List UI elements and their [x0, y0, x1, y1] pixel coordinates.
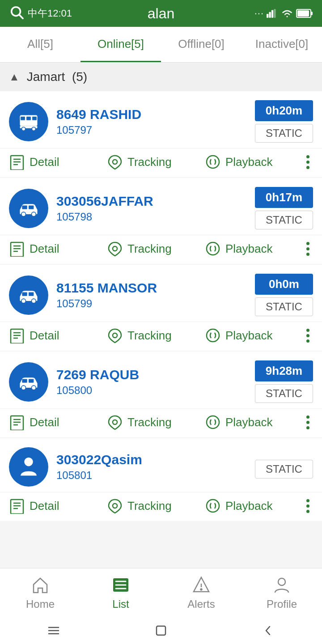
app-title: alan	[148, 5, 175, 22]
nav-alerts[interactable]: Alerts	[161, 568, 242, 617]
tab-online[interactable]: Online[5]	[80, 27, 161, 62]
chevron-up-icon: ▲	[9, 71, 20, 83]
playback-btn-2[interactable]: Playback	[205, 241, 303, 257]
svg-point-45	[32, 386, 36, 390]
tracking-btn-1[interactable]: Tracking	[107, 154, 205, 170]
svg-rect-33	[29, 292, 34, 296]
status-time: 中午12:01	[28, 7, 72, 20]
square-icon	[154, 624, 168, 637]
svg-rect-10	[21, 116, 25, 120]
nav-profile[interactable]: Profile	[242, 568, 322, 617]
tracking-btn-2[interactable]: Tracking	[107, 241, 205, 257]
svg-line-1	[19, 15, 23, 18]
vehicle-status-2: 0h17m STATIC	[255, 187, 313, 229]
svg-rect-7	[311, 12, 313, 15]
svg-point-14	[22, 127, 25, 131]
hamburger-icon	[47, 624, 60, 637]
wifi-icon	[281, 8, 293, 18]
bus-icon	[17, 110, 40, 133]
svg-point-20	[113, 160, 117, 164]
vehicle-id-4: 105800	[56, 384, 247, 397]
detail-icon-3	[9, 327, 25, 343]
svg-point-58	[207, 500, 219, 512]
vehicle-card-1: 8649 RASHID 105797 0h20m STATIC Detail	[0, 91, 322, 177]
status-bar: 中午12:01 alan ···	[0, 0, 322, 27]
time-badge-3: 0h0m	[255, 274, 313, 295]
vehicle-id-1: 105797	[56, 124, 247, 136]
group-name: Jamart (5)	[27, 70, 87, 84]
vehicle-id-5: 105801	[56, 469, 247, 482]
home-btn[interactable]	[143, 621, 179, 640]
vehicle-info-2: 303056JAFFAR 105798	[56, 194, 247, 223]
status-label-4: STATIC	[255, 384, 313, 403]
vehicle-status-4: 9h28m STATIC	[255, 360, 313, 403]
svg-rect-43	[29, 379, 34, 382]
vehicle-avatar-4	[9, 362, 48, 402]
svg-rect-42	[22, 379, 27, 382]
search-icon[interactable]	[9, 4, 24, 23]
battery-icon	[296, 8, 313, 18]
svg-point-65	[278, 578, 285, 585]
car-icon-4	[17, 370, 40, 394]
svg-point-50	[113, 420, 117, 424]
svg-point-51	[207, 416, 219, 428]
vehicle-avatar-3	[9, 275, 48, 315]
tab-all[interactable]: All[5]	[0, 27, 80, 62]
status-left: 中午12:01	[9, 4, 72, 23]
vehicle-name-5: 303022Qasim	[56, 452, 247, 467]
more-btn-5[interactable]	[303, 499, 313, 513]
svg-point-24	[21, 212, 26, 216]
tracking-icon	[107, 154, 123, 170]
tab-inactive[interactable]: Inactive[0]	[242, 27, 322, 62]
tracking-btn-5[interactable]: Tracking	[107, 498, 205, 514]
status-label-3: STATIC	[255, 297, 313, 316]
playback-btn-4[interactable]: Playback	[205, 414, 303, 430]
more-btn-3[interactable]	[303, 329, 313, 343]
detail-btn-4[interactable]: Detail	[9, 414, 107, 430]
vehicle-card-2: 303056JAFFAR 105798 0h17m STATIC Detail	[0, 178, 322, 264]
back-btn[interactable]	[250, 621, 286, 640]
filter-tabs: All[5] Online[5] Offline[0] Inactive[0]	[0, 27, 322, 63]
tracking-btn-3[interactable]: Tracking	[107, 327, 205, 343]
nav-list[interactable]: List	[80, 568, 161, 617]
svg-point-57	[113, 504, 117, 508]
vehicle-status-1: 0h20m STATIC	[255, 100, 313, 143]
detail-btn-2[interactable]: Detail	[9, 241, 107, 257]
menu-btn[interactable]	[36, 621, 72, 640]
svg-rect-26	[11, 242, 23, 257]
bottom-nav: Home List Alerts Profile	[0, 568, 322, 617]
tracking-btn-4[interactable]: Tracking	[107, 414, 205, 430]
playback-btn-3[interactable]: Playback	[205, 327, 303, 343]
tracking-icon-4	[107, 414, 123, 430]
svg-point-64	[201, 589, 202, 590]
car-icon-2	[17, 197, 40, 220]
playback-icon-3	[205, 327, 221, 343]
back-icon	[262, 624, 275, 637]
profile-icon	[272, 576, 291, 594]
svg-point-15	[32, 127, 35, 131]
detail-btn-5[interactable]: Detail	[9, 498, 107, 514]
list-icon	[111, 576, 130, 594]
action-row-2: Detail Tracking Playback	[0, 235, 322, 264]
vehicle-avatar-1	[9, 102, 48, 141]
playback-btn-5[interactable]: Playback	[205, 498, 303, 514]
playback-icon-2	[205, 241, 221, 257]
group-header[interactable]: ▲ Jamart (5)	[0, 63, 322, 91]
tab-offline[interactable]: Offline[0]	[161, 27, 242, 62]
svg-point-21	[207, 156, 219, 168]
detail-icon-4	[9, 414, 25, 430]
vehicle-id-2: 105798	[56, 211, 247, 223]
more-btn-4[interactable]	[303, 415, 313, 429]
status-label-5: STATIC	[255, 460, 313, 479]
detail-btn-1[interactable]: Detail	[9, 154, 107, 170]
more-btn-2[interactable]	[303, 242, 313, 256]
action-row-5: Detail Tracking Playback	[0, 492, 322, 521]
signal-bars-icon	[267, 8, 278, 18]
svg-rect-46	[11, 416, 23, 430]
more-btn-1[interactable]	[303, 155, 313, 169]
detail-btn-3[interactable]: Detail	[9, 327, 107, 343]
nav-home[interactable]: Home	[0, 568, 80, 617]
vehicle-info-4: 7269 RAQUB 105800	[56, 367, 247, 397]
playback-btn-1[interactable]: Playback	[205, 154, 303, 170]
playback-icon-4	[205, 414, 221, 430]
